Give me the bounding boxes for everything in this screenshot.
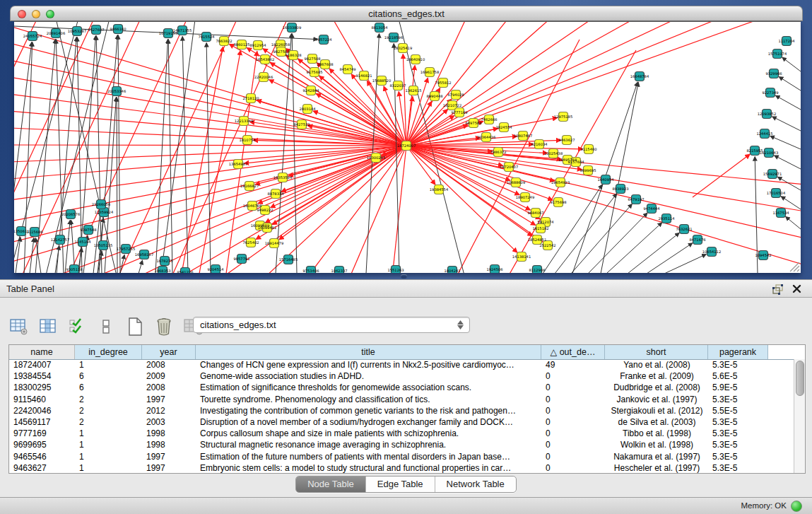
svg-text:1527607: 1527607 (88, 28, 104, 32)
cell-title: Disruption of a novel member of a sodium… (196, 416, 541, 428)
svg-text:18640910: 18640910 (406, 57, 425, 62)
svg-text:7625402: 7625402 (242, 240, 259, 245)
delete-table-icon[interactable] (153, 317, 175, 337)
cell-short: Franke et al. (2009) (605, 370, 708, 382)
cell-short: Tibbo et al. (1998) (605, 428, 708, 439)
cell-pagerank: 5.3E-5 (708, 439, 768, 450)
table-row[interactable]: 946362711997Embryonic stem cells: a mode… (9, 462, 794, 473)
network-window-titlebar[interactable]: citations_edges.txt (10, 6, 803, 21)
svg-text:9397548: 9397548 (80, 228, 96, 232)
network-graph-svg[interactable]: 2405572420691406109532871527607946616010… (14, 22, 801, 273)
svg-text:16958107: 16958107 (135, 252, 153, 257)
svg-text:9857791: 9857791 (233, 257, 249, 261)
network-view-canvas[interactable]: 2405572420691406109532871527607946616010… (14, 21, 801, 273)
svg-text:6479197: 6479197 (628, 197, 644, 201)
svg-text:6794028: 6794028 (447, 93, 464, 97)
table-row[interactable]: 2242004622012Investigating the contribut… (9, 405, 794, 416)
table-row[interactable]: 946554611997Estimation of the future num… (9, 451, 794, 462)
svg-text:1924506: 1924506 (486, 267, 502, 271)
cell-in_degree: 2 (75, 405, 142, 416)
svg-text:17016504: 17016504 (767, 191, 786, 195)
select-columns-icon[interactable] (66, 317, 88, 337)
svg-text:16210643: 16210643 (760, 151, 778, 155)
window-title: citations_edges.txt (11, 8, 802, 19)
table-row[interactable]: 911546021997Tourette syndrome. Phenomeno… (9, 394, 794, 405)
table-row[interactable]: 1938455462009Genome-wide association stu… (9, 370, 794, 382)
svg-text:8860125: 8860125 (233, 42, 249, 47)
cell-in_degree: 1 (75, 428, 142, 439)
svg-text:9777169: 9777169 (451, 110, 467, 115)
cell-title: Embryonic stem cells: a model to study s… (196, 462, 541, 473)
svg-text:20053346: 20053346 (107, 89, 126, 93)
cell-pagerank: 5.5E-5 (708, 405, 768, 416)
table-row[interactable]: 1830029562008Estimation of significance … (9, 382, 794, 393)
svg-text:9329966: 9329966 (765, 71, 782, 76)
cell-in_degree: 1 (75, 462, 142, 473)
cell-pagerank: 5.3E-5 (708, 416, 768, 428)
table-selector-dropdown[interactable]: citations_edges.txt (193, 317, 470, 333)
cell-pagerank: 5.6E-5 (708, 370, 768, 382)
svg-text:9175685: 9175685 (306, 70, 322, 74)
float-panel-icon[interactable] (772, 284, 784, 295)
table-panel-header: Table Panel (0, 279, 812, 298)
table-scrollbar-thumb[interactable] (796, 361, 804, 396)
tab-network-table[interactable]: Network Table (435, 477, 516, 492)
create-table-icon[interactable] (124, 317, 146, 337)
svg-text:1167534: 1167534 (772, 211, 789, 215)
svg-text:8454749: 8454749 (339, 67, 355, 71)
svg-text:1678275: 1678275 (156, 259, 172, 263)
column-header-title[interactable]: title (196, 345, 541, 359)
svg-text:14671355: 14671355 (173, 28, 192, 33)
table-tabs: Node Table Edge Table Network Table (0, 476, 812, 493)
svg-text:24055724: 24055724 (23, 34, 42, 38)
cell-short: Nakamura et al. (1997) (605, 451, 708, 462)
table-row[interactable]: 1456911722003Disruption of a novel membe… (9, 416, 794, 428)
svg-text:8322037: 8322037 (389, 83, 406, 88)
table-scrollbar[interactable] (794, 359, 805, 473)
cell-name: 9699695 (9, 439, 75, 450)
svg-text:16353594: 16353594 (273, 175, 293, 180)
table-mode-icon[interactable] (8, 317, 30, 337)
show-column-icon[interactable] (37, 317, 59, 337)
svg-text:9242844: 9242844 (302, 88, 319, 93)
cell-out_de: 49 (541, 359, 605, 370)
svg-text:6216034: 6216034 (531, 142, 548, 146)
svg-text:9146821: 9146821 (355, 74, 372, 78)
svg-text:16099481: 16099481 (258, 226, 276, 230)
column-header-out_de[interactable]: △ out_de… (541, 345, 605, 359)
column-header-pagerank[interactable]: pagerank (708, 345, 768, 359)
close-panel-icon[interactable] (792, 284, 802, 294)
svg-text:9827508: 9827508 (304, 57, 320, 61)
svg-text:1244415: 1244415 (756, 132, 772, 136)
svg-text:7462666: 7462666 (481, 117, 497, 122)
svg-text:15692971: 15692971 (763, 172, 782, 176)
cell-year: 1998 (142, 439, 196, 450)
svg-text:15688520: 15688520 (372, 78, 391, 83)
svg-text:9474444: 9474444 (643, 206, 660, 211)
svg-text:12142757: 12142757 (51, 238, 69, 242)
svg-text:9699695: 9699695 (579, 168, 596, 173)
panel-splitter-handle[interactable] (401, 274, 407, 279)
cell-out_de: 0 (541, 428, 605, 439)
column-header-short[interactable]: short (605, 345, 708, 359)
table-row[interactable]: 1872400712008Changes of HCN gene express… (9, 359, 794, 370)
svg-text:2718120: 2718120 (242, 96, 259, 100)
svg-text:16033809: 16033809 (283, 25, 301, 30)
tab-edge-table[interactable]: Edge Table (366, 477, 435, 492)
svg-text:7663822: 7663822 (216, 39, 232, 43)
column-header-year[interactable]: year (142, 345, 196, 359)
svg-text:18724007: 18724007 (397, 144, 416, 148)
table-row[interactable]: 969969511998Structural magnetic resonanc… (9, 439, 794, 450)
cell-pagerank: 5.3E-5 (708, 451, 768, 462)
cell-title: Corpus callosum shape and size in male p… (196, 428, 541, 439)
column-header-name[interactable]: name (9, 345, 75, 359)
row-height-icon[interactable] (95, 317, 117, 337)
svg-text:10654112: 10654112 (702, 250, 721, 254)
tab-node-table[interactable]: Node Table (296, 477, 366, 492)
svg-text:1362615: 1362615 (405, 88, 421, 93)
table-row[interactable]: 977716911998Corpus callosum shape and si… (9, 428, 794, 439)
svg-text:8990448: 8990448 (426, 94, 442, 98)
cell-name: 19384554 (9, 370, 75, 382)
column-header-in_degree[interactable]: in_degree (75, 345, 142, 359)
svg-text:17957255: 17957255 (117, 247, 135, 251)
